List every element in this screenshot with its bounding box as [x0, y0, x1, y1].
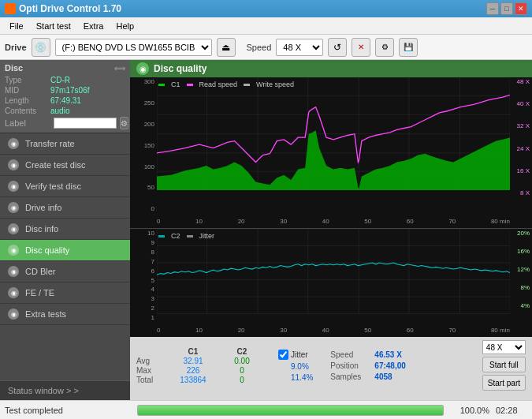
status-text: Test completed	[5, 406, 131, 415]
sidebar-item-label-drive-info: Drive info	[25, 203, 61, 212]
disc-quality-icon: ◉	[8, 245, 19, 256]
sidebar-item-label-transfer-rate: Transfer rate	[25, 139, 75, 148]
status-window-button[interactable]: Status window > >	[0, 380, 130, 400]
start-part-button[interactable]: Start part	[482, 375, 526, 391]
disc-mid-value: 97m17s06f	[50, 86, 89, 95]
menu-file[interactable]: File	[3, 20, 30, 32]
chart2-legend: C2 Jitter	[158, 232, 214, 240]
progress-bar-container	[137, 405, 444, 416]
stats-panel: C1 C2 Avg 32.91 0.00 Max 226 0 Total 133…	[130, 337, 532, 400]
menu-help[interactable]: Help	[110, 20, 140, 32]
speed-value: 46.53 X	[374, 350, 401, 359]
close-button[interactable]: ✕	[515, 2, 527, 15]
menu-start-test[interactable]: Start test	[30, 20, 77, 32]
app-title: Opti Drive Control 1.70	[19, 3, 121, 14]
speed-select-small[interactable]: 48 X	[482, 340, 526, 354]
disc-arrow[interactable]: ⟺	[114, 64, 125, 73]
chart2-svg	[157, 229, 510, 314]
samples-key: Samples	[330, 372, 371, 381]
speed-key: Speed	[330, 350, 371, 359]
sidebar-item-transfer-rate[interactable]: ◉ Transfer rate	[0, 133, 130, 155]
disc-header: Disc ⟺	[5, 63, 125, 73]
create-test-disc-icon: ◉	[8, 159, 19, 170]
disc-quality-header: ◉ Disc quality	[130, 60, 532, 77]
disc-label-row: Label ⚙	[5, 117, 125, 129]
jitter-section: Jitter 9.0% 11.4%	[278, 350, 313, 382]
jitter-legend-color	[187, 235, 193, 238]
copy-button[interactable]: ⚙	[375, 38, 394, 57]
minimize-button[interactable]: ─	[486, 2, 499, 15]
jitter-checkbox-row: Jitter	[278, 350, 313, 360]
app-icon	[5, 3, 16, 14]
sidebar-item-drive-info[interactable]: ◉ Drive info	[0, 197, 130, 219]
sidebar-item-label-fe-te: FE / TE	[25, 288, 54, 297]
disc-label-label: Label	[5, 118, 50, 128]
jitter-checkbox[interactable]	[278, 350, 288, 360]
sidebar-item-cd-bler[interactable]: ◉ CD Bler	[0, 261, 130, 282]
chart1: C1 Read speed Write speed 300 250 200 15…	[130, 77, 532, 229]
stats-header-c1: C1	[169, 347, 217, 356]
drive-bar: Drive 💿 (F:) BENQ DVD LS DW1655 BCIB ⏏ S…	[0, 35, 532, 60]
sidebar-item-extra-tests[interactable]: ◉ Extra tests	[0, 304, 130, 325]
samples-value: 4058	[374, 372, 392, 381]
transfer-rate-icon: ◉	[8, 138, 19, 149]
disc-mid-label: MID	[5, 86, 50, 95]
stats-table: C1 C2 Avg 32.91 0.00 Max 226 0 Total 133…	[136, 347, 266, 384]
stats-header-c2: C2	[218, 347, 266, 356]
drive-label: Drive	[5, 43, 27, 52]
start-full-button[interactable]: Start full	[482, 357, 526, 372]
save-button[interactable]: 💾	[399, 38, 418, 57]
chart1-legend: C1 Read speed Write speed	[158, 80, 294, 88]
sidebar-item-create-test-disc[interactable]: ◉ Create test disc	[0, 155, 130, 176]
disc-length-label: Length	[5, 96, 50, 105]
label-settings-button[interactable]: ⚙	[120, 117, 128, 129]
c1-legend-color	[158, 84, 165, 86]
write-speed-legend-color	[244, 84, 250, 86]
stats-total-c1: 133864	[169, 376, 217, 384]
chart1-y-axis-right: 48 X 40 X 32 X 24 X 16 X 8 X	[510, 77, 532, 214]
stats-avg-label: Avg	[136, 357, 168, 365]
jitter-max-value: 11.4%	[291, 373, 313, 382]
c1-legend-label: C1	[171, 80, 180, 88]
chart2-y-axis-left: 10 9 8 7 6 5 4 3 2 1	[130, 229, 157, 323]
stats-max-c1: 226	[169, 366, 217, 375]
stats-row1: C1 C2 Avg 32.91 0.00 Max 226 0 Total 133…	[136, 340, 526, 391]
sidebar-item-verify-test-disc[interactable]: ◉ Verify test disc	[0, 176, 130, 197]
maximize-button[interactable]: □	[500, 2, 513, 15]
disc-label-input[interactable]	[54, 118, 117, 129]
disc-mid-row: MID 97m17s06f	[5, 86, 125, 95]
sidebar-item-disc-quality[interactable]: ◉ Disc quality	[0, 240, 130, 261]
charts-area: C1 Read speed Write speed 300 250 200 15…	[130, 77, 532, 337]
sidebar-item-fe-te[interactable]: ◉ FE / TE	[0, 282, 130, 304]
disc-contents-row: Contents audio	[5, 107, 125, 115]
disc-info-icon: ◉	[8, 223, 19, 234]
chart1-y-axis-left: 300 250 200 150 100 50 0	[130, 77, 157, 214]
status-bar: Test completed 100.0% 02:28	[0, 400, 532, 419]
drive-info-icon: ◉	[8, 202, 19, 213]
chart2: C2 Jitter 10 9 8 7 6 5 4 3 2 1	[130, 229, 532, 337]
drive-select[interactable]: (F:) BENQ DVD LS DW1655 BCIB	[55, 39, 212, 56]
refresh-button[interactable]: ↺	[328, 38, 347, 57]
progress-text: 100.0%	[450, 406, 489, 415]
position-row: Position 67:48,00	[330, 361, 405, 370]
chart1-svg	[157, 77, 510, 190]
sidebar-item-disc-info[interactable]: ◉ Disc info	[0, 219, 130, 240]
disc-panel: Disc ⟺ Type CD-R MID 97m17s06f Length 67…	[0, 60, 130, 133]
title-bar-left: Opti Drive Control 1.70	[5, 3, 121, 14]
sidebar-item-label-disc-quality: Disc quality	[25, 245, 69, 255]
title-controls[interactable]: ─ □ ✕	[486, 2, 527, 15]
stats-max-label: Max	[136, 366, 168, 375]
right-controls: 48 X Start full Start part	[482, 340, 526, 391]
disc-quality-title: Disc quality	[154, 63, 206, 74]
eject-button[interactable]: ⏏	[217, 38, 236, 57]
speed-info: Speed 46.53 X Position 67:48,00 Samples …	[330, 350, 405, 381]
disc-contents-label: Contents	[5, 107, 50, 115]
write-speed-legend-label: Write speed	[256, 80, 294, 88]
speed-select[interactable]: 48 X	[276, 39, 323, 56]
erase-button[interactable]: ✕	[352, 38, 370, 57]
menu-extra[interactable]: Extra	[77, 20, 110, 32]
sidebar-item-label-extra-tests: Extra tests	[25, 309, 66, 319]
read-speed-legend-label: Read speed	[199, 80, 238, 88]
extra-tests-icon: ◉	[8, 309, 19, 320]
sidebar-item-label-cd-bler: CD Bler	[25, 267, 56, 276]
